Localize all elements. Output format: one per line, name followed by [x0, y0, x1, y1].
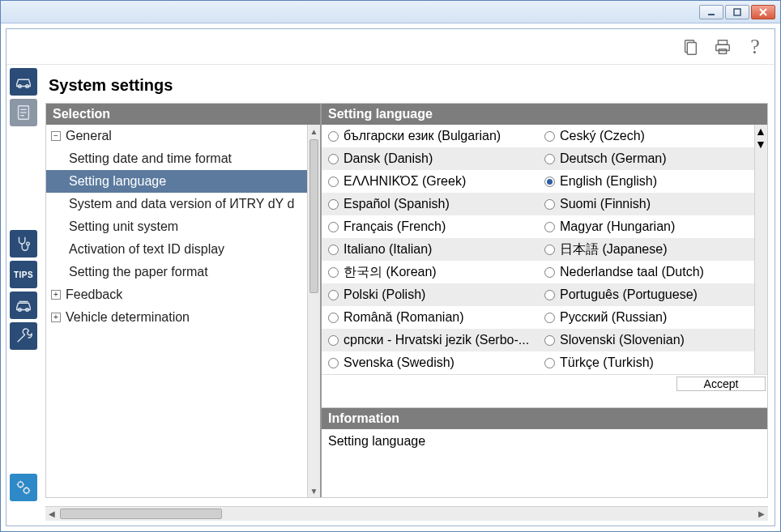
tree-label: Setting date and time format	[69, 151, 232, 166]
split-panes: Selection − General Setting date and tim…	[45, 103, 768, 498]
tree-child[interactable]: System and data version of ИTRY dY d	[46, 193, 307, 215]
language-option[interactable]: Magyar (Hungarian)	[538, 215, 754, 238]
language-option[interactable]: Dansk (Danish)	[322, 147, 538, 170]
language-label: Polski (Polish)	[344, 287, 425, 302]
language-label: Slovenski (Slovenian)	[560, 333, 685, 347]
rail-diagnosis-icon[interactable]	[10, 230, 37, 257]
scroll-down-icon[interactable]: ▼	[755, 138, 767, 151]
language-option[interactable]: Русский (Russian)	[538, 306, 754, 329]
radio-icon[interactable]	[544, 358, 555, 368]
tree-child[interactable]: Setting unit system	[46, 215, 307, 238]
radio-icon[interactable]	[328, 177, 339, 187]
expand-icon[interactable]: +	[51, 313, 61, 322]
language-option[interactable]: Română (Romanian)	[322, 306, 538, 329]
radio-icon[interactable]	[544, 335, 555, 346]
radio-icon[interactable]	[544, 267, 555, 278]
inner-frame: ? TIPS	[6, 28, 775, 526]
tree-node-general[interactable]: − General	[46, 125, 307, 147]
accept-row: Accept	[322, 374, 767, 393]
language-option[interactable]: Italiano (Italian)	[322, 238, 538, 261]
svg-rect-6	[719, 40, 728, 45]
radio-icon[interactable]	[328, 358, 339, 368]
language-option[interactable]: Ceský (Czech)	[538, 125, 754, 147]
language-option[interactable]: English (English)	[538, 170, 754, 193]
maximize-button[interactable]	[725, 5, 749, 19]
language-option[interactable]: 日本語 (Japanese)	[538, 238, 754, 261]
horizontal-scrollbar[interactable]: ◀ ▶	[45, 506, 768, 521]
radio-icon[interactable]	[544, 222, 555, 232]
language-option[interactable]: Português (Portuguese)	[538, 283, 754, 306]
tree-scrollbar[interactable]: ▲ ▼	[307, 125, 320, 497]
scroll-up-icon[interactable]: ▲	[755, 125, 767, 138]
language-option[interactable]: ΕΛΛΗΝΙΚΌΣ (Greek)	[322, 170, 538, 193]
language-option[interactable]: Español (Spanish)	[322, 193, 538, 215]
language-label: Svenska (Swedish)	[344, 355, 455, 370]
tree-child[interactable]: Setting language	[46, 170, 307, 193]
minimize-button[interactable]	[699, 5, 723, 19]
language-option[interactable]: Polski (Polish)	[322, 283, 538, 306]
tree-child[interactable]: Setting date and time format	[46, 147, 307, 170]
radio-icon[interactable]	[544, 131, 555, 142]
language-option[interactable]: Suomi (Finnish)	[538, 193, 754, 215]
radio-icon[interactable]	[328, 154, 339, 164]
language-label: ΕΛΛΗΝΙΚΌΣ (Greek)	[344, 174, 466, 189]
tree-node-feedback[interactable]: + Feedback	[46, 283, 307, 306]
rail-tool-icon[interactable]	[10, 322, 37, 350]
page-title: System settings	[45, 70, 768, 103]
svg-rect-5	[687, 42, 696, 54]
help-icon[interactable]: ?	[745, 37, 765, 57]
radio-icon[interactable]	[328, 290, 339, 300]
rail-tips-icon[interactable]: TIPS	[10, 261, 37, 288]
radio-icon[interactable]	[544, 245, 555, 255]
scroll-down-icon[interactable]: ▼	[308, 484, 320, 497]
radio-icon[interactable]	[328, 222, 339, 232]
language-option[interactable]: Svenska (Swedish)	[322, 351, 538, 374]
language-option[interactable]: Deutsch (German)	[538, 147, 754, 170]
svg-rect-8	[719, 49, 726, 53]
radio-icon[interactable]	[328, 267, 339, 278]
rail-vehicle-icon[interactable]	[10, 68, 37, 96]
language-option[interactable]: српски - Hrvatski jezik (Serbo-...	[322, 329, 538, 351]
language-option[interactable]: български език (Bulgarian)	[322, 125, 538, 147]
language-option[interactable]: Slovenski (Slovenian)	[538, 329, 754, 351]
language-scrollbar[interactable]: ▲ ▼	[754, 125, 767, 374]
close-button[interactable]	[751, 5, 775, 19]
language-header: Setting language	[322, 104, 767, 125]
tree-child[interactable]: Activation of text ID display	[46, 238, 307, 261]
radio-icon[interactable]	[328, 131, 339, 142]
expand-icon[interactable]: +	[51, 290, 61, 300]
tree-label: Vehicle determination	[66, 310, 190, 325]
scroll-left-icon[interactable]: ◀	[45, 507, 58, 521]
tree-label: General	[66, 129, 112, 143]
tree-child[interactable]: Setting the paper format	[46, 261, 307, 283]
rail-document-icon[interactable]	[10, 99, 37, 126]
scroll-thumb[interactable]	[60, 509, 222, 519]
scroll-thumb[interactable]	[309, 139, 318, 293]
scroll-right-icon[interactable]: ▶	[755, 507, 768, 521]
radio-icon[interactable]	[328, 313, 339, 323]
language-option[interactable]: Français (French)	[322, 215, 538, 238]
tree-label: Setting language	[69, 174, 166, 189]
accept-button[interactable]: Accept	[676, 377, 766, 391]
rail-car2-icon[interactable]	[10, 292, 37, 319]
radio-icon[interactable]	[328, 335, 339, 346]
copy-icon[interactable]	[681, 37, 700, 57]
collapse-icon[interactable]: −	[51, 131, 61, 141]
tree-node-vehicle[interactable]: + Vehicle determination	[46, 306, 307, 329]
radio-icon[interactable]	[544, 290, 555, 300]
radio-icon[interactable]	[328, 199, 339, 210]
language-option[interactable]: 한국의 (Korean)	[322, 261, 538, 283]
language-option[interactable]: Türkçe (Turkish)	[538, 351, 754, 374]
rail-settings-icon[interactable]	[10, 474, 37, 501]
radio-icon[interactable]	[544, 177, 555, 187]
language-option[interactable]: Nederlandse taal (Dutch)	[538, 261, 754, 283]
scroll-up-icon[interactable]: ▲	[308, 125, 320, 138]
top-toolbar: ?	[6, 29, 775, 65]
tree-label: Setting unit system	[69, 219, 178, 234]
radio-icon[interactable]	[544, 199, 555, 210]
radio-icon[interactable]	[544, 154, 555, 164]
radio-icon[interactable]	[544, 313, 555, 323]
radio-icon[interactable]	[328, 245, 339, 255]
print-icon[interactable]	[713, 37, 732, 57]
tree-label: Feedback	[66, 287, 122, 302]
